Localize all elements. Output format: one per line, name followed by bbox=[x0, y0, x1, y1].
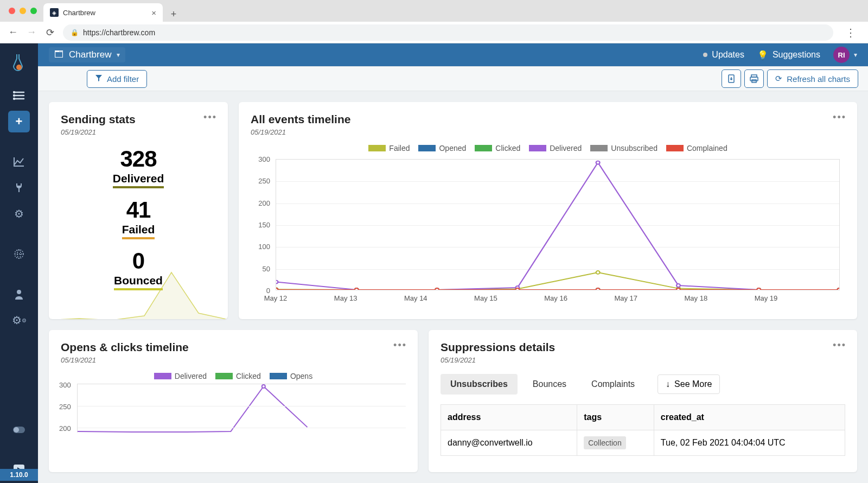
url-bar: ← → ⟳ 🔒 https://chartbrew.com ⋮ bbox=[0, 22, 868, 43]
refresh-label: Refresh all charts bbox=[787, 74, 850, 84]
toolbar: Add filter ⟳ Refresh all charts bbox=[38, 66, 868, 91]
x-tick: May 12 bbox=[264, 294, 288, 302]
x-tick: May 13 bbox=[334, 294, 358, 302]
y-tick: 50 bbox=[263, 264, 270, 272]
svg-point-62 bbox=[596, 288, 600, 290]
x-tick: May 19 bbox=[755, 294, 778, 302]
tab-unsubscribes[interactable]: Unsubscribes bbox=[441, 374, 518, 395]
forward-icon[interactable]: → bbox=[26, 27, 37, 38]
x-tick: May 14 bbox=[404, 294, 427, 302]
kpi-failed: 41 Failed bbox=[61, 197, 216, 239]
suppression-tabs: Unsubscribes Bounces Complaints ↓ See Mo… bbox=[441, 374, 845, 395]
maximize-window-icon[interactable] bbox=[30, 8, 37, 14]
user-menu[interactable]: RI ▾ bbox=[833, 47, 857, 63]
new-tab-button[interactable]: + bbox=[166, 7, 181, 22]
tab-complaints[interactable]: Complaints bbox=[582, 374, 644, 395]
refresh-all-button[interactable]: ⟳ Refresh all charts bbox=[767, 69, 858, 88]
chart-icon[interactable] bbox=[8, 151, 30, 173]
legend-item[interactable]: Clicked bbox=[475, 144, 520, 152]
url-text: https://chartbrew.com bbox=[83, 28, 155, 37]
sparkline bbox=[78, 384, 406, 433]
gear-icon[interactable]: ⚙ bbox=[8, 203, 30, 225]
card-menu-icon[interactable]: ••• bbox=[833, 340, 846, 351]
dot-icon bbox=[703, 53, 707, 57]
card-suppressions: ••• Suppressions details 05/19/2021 Unsu… bbox=[429, 330, 857, 472]
svg-point-66 bbox=[262, 385, 265, 388]
card-date: 05/19/2021 bbox=[251, 128, 845, 136]
y-tick: 300 bbox=[258, 155, 270, 163]
card-menu-icon[interactable]: ••• bbox=[203, 112, 217, 123]
svg-point-10 bbox=[17, 290, 21, 294]
url-field[interactable]: 🔒 https://chartbrew.com bbox=[63, 24, 833, 41]
refresh-icon: ⟳ bbox=[775, 74, 782, 84]
plug-icon[interactable] bbox=[8, 177, 30, 199]
y-tick: 150 bbox=[258, 221, 270, 229]
card-date: 05/19/2021 bbox=[441, 356, 845, 364]
card-title: All events timeline bbox=[251, 113, 845, 126]
download-icon: ↓ bbox=[666, 379, 670, 389]
svg-point-58 bbox=[276, 288, 278, 290]
svg-point-60 bbox=[435, 288, 439, 290]
card-date: 05/19/2021 bbox=[61, 128, 216, 136]
menu-icon[interactable] bbox=[8, 85, 30, 106]
y-tick: 200 bbox=[258, 199, 270, 207]
legend-item[interactable]: Opened bbox=[418, 144, 466, 152]
legend-item[interactable]: Complained bbox=[666, 144, 727, 152]
dashboard-canvas: ••• Sending stats 05/19/2021 328 Deliver… bbox=[38, 91, 868, 483]
svg-point-6 bbox=[14, 98, 15, 99]
svg-point-61 bbox=[515, 288, 519, 290]
col-address: address bbox=[441, 405, 577, 430]
back-icon[interactable]: ← bbox=[8, 27, 18, 38]
print-button[interactable] bbox=[744, 69, 764, 88]
lock-icon: 🔒 bbox=[71, 29, 79, 36]
export-button[interactable] bbox=[722, 69, 741, 88]
gears-icon[interactable]: ⚙⚙ bbox=[8, 309, 30, 331]
globe-icon[interactable] bbox=[8, 243, 30, 265]
card-title: Suppressions details bbox=[441, 341, 845, 354]
toggle-icon[interactable] bbox=[8, 419, 30, 441]
legend-item[interactable]: Delivered bbox=[529, 144, 582, 152]
card-opens-clicks: ••• Opens & clicks timeline 05/19/2021 D… bbox=[49, 330, 418, 472]
col-tags: tags bbox=[577, 405, 654, 430]
suggestions-button[interactable]: 💡 Suggestions bbox=[757, 50, 820, 60]
x-tick: May 18 bbox=[685, 294, 708, 302]
card-menu-icon[interactable]: ••• bbox=[393, 340, 407, 351]
tab-strip: ◈ Chartbrew × + bbox=[0, 0, 868, 22]
browser-tab[interactable]: ◈ Chartbrew × bbox=[43, 3, 163, 22]
updates-label: Updates bbox=[712, 50, 744, 60]
project-selector[interactable]: 🗔 Chartbrew ▾ bbox=[49, 47, 125, 62]
window-icon: 🗔 bbox=[54, 49, 63, 60]
minimize-window-icon[interactable] bbox=[20, 8, 26, 14]
see-more-button[interactable]: ↓ See More bbox=[658, 374, 720, 394]
add-icon[interactable]: + bbox=[8, 111, 30, 132]
chart-legend: Delivered Clicked Opens bbox=[61, 372, 406, 380]
svg-point-46 bbox=[596, 161, 600, 164]
updates-button[interactable]: Updates bbox=[703, 50, 744, 60]
user-icon[interactable] bbox=[8, 283, 30, 305]
traffic-lights bbox=[9, 8, 37, 14]
y-tick: 250 bbox=[258, 177, 270, 185]
close-window-icon[interactable] bbox=[9, 8, 15, 14]
x-tick: May 17 bbox=[614, 294, 637, 302]
add-filter-button[interactable]: Add filter bbox=[87, 70, 147, 88]
col-created: created_at bbox=[654, 405, 845, 430]
close-tab-icon[interactable]: × bbox=[151, 8, 156, 17]
logo-icon[interactable] bbox=[9, 52, 29, 73]
reload-icon[interactable]: ⟳ bbox=[44, 27, 55, 39]
svg-point-0 bbox=[16, 65, 22, 70]
table-row[interactable]: danny@convertwell.io Collection Tue, 02 … bbox=[441, 430, 845, 456]
sidebar: + ⚙ ⚙⚙ 1.10.0 bbox=[0, 43, 38, 483]
svg-point-4 bbox=[14, 92, 15, 93]
x-tick: May 15 bbox=[474, 294, 497, 302]
legend-item[interactable]: Failed bbox=[368, 144, 410, 152]
card-menu-icon[interactable]: ••• bbox=[833, 112, 846, 123]
svg-point-5 bbox=[14, 95, 15, 96]
chevron-down-icon: ▾ bbox=[854, 51, 857, 59]
card-all-events: ••• All events timeline 05/19/2021 Faile… bbox=[239, 102, 857, 319]
card-date: 05/19/2021 bbox=[61, 356, 406, 364]
tab-bounces[interactable]: Bounces bbox=[523, 374, 576, 395]
suggestions-label: Suggestions bbox=[773, 50, 820, 60]
card-title: Opens & clicks timeline bbox=[61, 341, 406, 354]
browser-chrome: ◈ Chartbrew × + ← → ⟳ 🔒 https://chartbre… bbox=[0, 0, 868, 43]
legend-item[interactable]: Unsubscribed bbox=[590, 144, 658, 152]
